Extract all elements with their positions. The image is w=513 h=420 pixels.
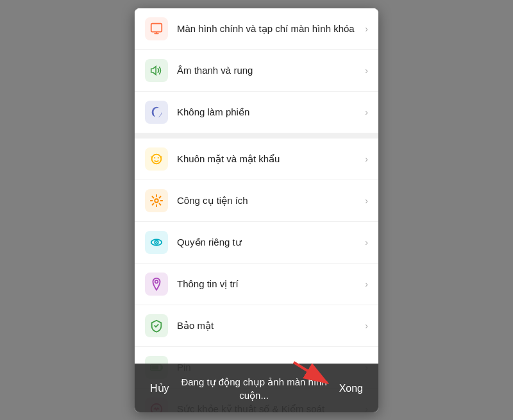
location-label: Thông tin vị trí bbox=[177, 278, 362, 290]
dnd-label: Không làm phiền bbox=[177, 106, 362, 119]
screenshot-overlay: Hủy Đang tự động chụp ảnh màn hình cuộn.… bbox=[135, 364, 378, 412]
svg-rect-1 bbox=[154, 33, 158, 34]
tools-icon bbox=[145, 189, 168, 212]
settings-item-face[interactable]: Khuôn mặt và mật khẩu › bbox=[135, 139, 378, 180]
sound-icon bbox=[145, 59, 168, 82]
svg-marker-3 bbox=[151, 66, 156, 74]
screen-label: Màn hình chính và tạp chí màn hình khóa bbox=[177, 22, 362, 35]
chevron-icon: › bbox=[365, 24, 368, 34]
phone-screen: Màn hình chính và tạp chí màn hình khóa … bbox=[135, 8, 378, 412]
location-icon bbox=[145, 273, 168, 296]
chevron-icon: › bbox=[365, 65, 368, 76]
privacy-icon bbox=[145, 231, 168, 254]
chevron-icon: › bbox=[365, 107, 368, 117]
screen-icon bbox=[145, 17, 168, 40]
chevron-icon: › bbox=[365, 196, 368, 206]
tools-label: Công cụ tiện ích bbox=[177, 194, 362, 207]
divider bbox=[135, 133, 378, 139]
cancel-button[interactable]: Hủy bbox=[145, 380, 174, 397]
face-label: Khuôn mặt và mật khẩu bbox=[177, 153, 362, 165]
svg-point-5 bbox=[154, 157, 155, 158]
svg-point-7 bbox=[155, 199, 158, 203]
settings-list: Màn hình chính và tạp chí màn hình khóa … bbox=[135, 8, 378, 412]
svg-point-6 bbox=[158, 157, 159, 158]
dnd-icon bbox=[145, 101, 168, 124]
chevron-icon: › bbox=[365, 154, 368, 164]
settings-item-location[interactable]: Thông tin vị trí › bbox=[135, 264, 378, 305]
chevron-icon: › bbox=[365, 237, 368, 248]
svg-point-4 bbox=[152, 154, 162, 164]
settings-item-dnd[interactable]: Không làm phiền › bbox=[135, 92, 378, 133]
chevron-icon: › bbox=[365, 321, 368, 331]
svg-line-16 bbox=[294, 362, 327, 383]
svg-point-11 bbox=[155, 280, 158, 283]
settings-item-privacy[interactable]: Quyền riêng tư › bbox=[135, 222, 378, 264]
sound-label: Âm thanh và rung bbox=[177, 64, 362, 77]
face-icon bbox=[145, 147, 168, 171]
settings-item-security[interactable]: Bảo mật › bbox=[135, 305, 378, 347]
privacy-label: Quyền riêng tư bbox=[177, 236, 362, 249]
chevron-icon: › bbox=[365, 279, 368, 289]
svg-rect-0 bbox=[151, 23, 162, 31]
settings-item-tools[interactable]: Công cụ tiện ích › bbox=[135, 180, 378, 222]
svg-point-10 bbox=[156, 241, 157, 242]
settings-item-screen[interactable]: Màn hình chính và tạp chí màn hình khóa … bbox=[135, 8, 378, 50]
red-arrow-icon bbox=[289, 353, 340, 392]
security-label: Bảo mật bbox=[177, 319, 362, 332]
settings-item-sound[interactable]: Âm thanh và rung › bbox=[135, 50, 378, 92]
security-icon bbox=[145, 314, 168, 337]
